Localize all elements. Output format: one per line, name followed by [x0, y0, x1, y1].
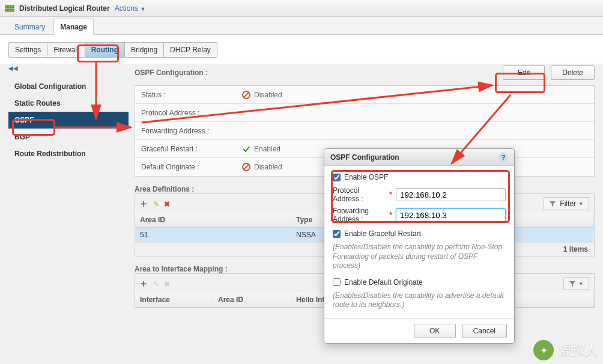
router-icon [5, 4, 14, 13]
ospf-config-header: OSPF Configuration : Edit Delete [135, 64, 595, 82]
sub-tabs: Settings Firewall Routing Bridging DHCP … [8, 42, 217, 58]
wechat-icon: ✦ [533, 340, 554, 360]
tab-summary[interactable]: Summary [8, 19, 51, 34]
svg-point-3 [7, 10, 8, 11]
filter-icon [569, 280, 576, 287]
main-tabs: Summary Manage [0, 17, 603, 35]
sidebar-item-static-routes[interactable]: Static Routes [8, 95, 129, 112]
sidebar-item-bgp[interactable]: BGP [8, 129, 129, 145]
caret-down-icon: ▼ [140, 6, 145, 12]
ok-button[interactable]: OK [414, 324, 456, 338]
enable-default-originate-label: Enable Default Originate [344, 278, 423, 287]
page-title: Distributed Logical Router [19, 4, 110, 13]
titlebar: Distributed Logical Router Actions ▼ [0, 0, 603, 17]
svg-line-5 [244, 93, 249, 97]
disabled-icon [242, 163, 250, 171]
cancel-button[interactable]: Cancel [462, 324, 507, 338]
area-filter-button[interactable]: Filter ▾ [544, 197, 589, 210]
default-originate-value: Disabled [254, 163, 282, 171]
enable-ospf-label: Enable OSPF [344, 173, 388, 181]
enable-ospf-checkbox[interactable] [333, 174, 341, 181]
aim-add-icon[interactable]: ＋ [139, 278, 148, 290]
delete-button[interactable]: Delete [551, 65, 595, 80]
sub-tab-routing[interactable]: Routing [85, 43, 125, 57]
help-icon[interactable]: ? [498, 153, 508, 162]
sub-tab-wrap: Settings Firewall Routing Bridging DHCP … [0, 35, 603, 64]
status-value: Disabled [254, 91, 282, 99]
ospf-config-title: OSPF Configuration : [135, 68, 208, 77]
graceful-restart-value: Enabled [254, 145, 280, 153]
col-aim-area-id: Area ID [213, 293, 291, 307]
aim-edit-icon: ✎ [153, 280, 159, 288]
area-edit-icon[interactable]: ✎ [153, 200, 159, 208]
dialog-title: OSPF Configuration [330, 153, 399, 162]
required-icon: * [389, 211, 392, 219]
svg-point-2 [7, 6, 8, 7]
forwarding-address-input[interactable] [396, 208, 506, 222]
watermark: ✦ 虚拟人 [533, 340, 598, 360]
tab-manage[interactable]: Manage [53, 19, 94, 35]
sub-tab-dhcp-relay[interactable]: DHCP Relay [164, 43, 217, 57]
svg-line-7 [244, 165, 249, 169]
sidebar-collapse-icon[interactable]: ◀◀ [8, 64, 23, 74]
sidebar-item-route-redistribution[interactable]: Route Redistribution [8, 145, 129, 162]
sidebar: ◀◀ Global Configuration Static Routes OS… [8, 64, 129, 364]
col-interface: Interface [135, 293, 213, 307]
status-label: Status : [141, 91, 237, 99]
default-originate-label: Default Originate : [141, 163, 237, 171]
aim-filter-button[interactable]: ▾ [563, 277, 589, 290]
protocol-address-label: Protocol Address : [141, 109, 237, 117]
enabled-icon [242, 145, 250, 153]
enable-graceful-restart-checkbox[interactable] [333, 230, 341, 238]
caret-down-icon: ▾ [580, 201, 583, 207]
sub-tab-firewall[interactable]: Firewall [47, 43, 85, 57]
forwarding-address-label: Forwarding Address : [141, 127, 237, 135]
area-delete-icon[interactable]: ✖ [164, 200, 170, 208]
aim-delete-icon: ✖ [164, 280, 170, 288]
protocol-address-input[interactable] [396, 188, 506, 201]
required-icon: * [389, 190, 392, 199]
actions-menu[interactable]: Actions ▼ [115, 4, 146, 13]
graceful-restart-hint: (Enables/Disables the capability to perf… [333, 243, 506, 271]
sidebar-item-global-configuration[interactable]: Global Configuration [8, 78, 129, 95]
sub-tab-bridging[interactable]: Bridging [125, 43, 164, 57]
enable-default-originate-checkbox[interactable] [333, 278, 341, 286]
dialog-forwarding-label: Forwarding Address : [333, 207, 386, 223]
ospf-configuration-dialog: OSPF Configuration ? Enable OSPF Protoco… [324, 148, 515, 344]
sub-tab-settings[interactable]: Settings [9, 43, 47, 57]
graceful-restart-label: Graceful Restart : [141, 145, 237, 153]
dialog-protocol-label: Protocol Address : [333, 186, 386, 203]
default-originate-hint: (Enables/Disables the capability to adve… [333, 291, 506, 310]
edit-button[interactable]: Edit [503, 65, 545, 80]
enable-graceful-restart-label: Enable Graceful Restart [344, 229, 421, 238]
caret-down-icon: ▾ [580, 281, 583, 287]
sidebar-item-ospf[interactable]: OSPF [8, 112, 129, 129]
disabled-icon [242, 91, 250, 99]
col-area-id: Area ID [135, 213, 291, 227]
area-add-icon[interactable]: ＋ [139, 198, 148, 210]
filter-icon [549, 200, 556, 207]
